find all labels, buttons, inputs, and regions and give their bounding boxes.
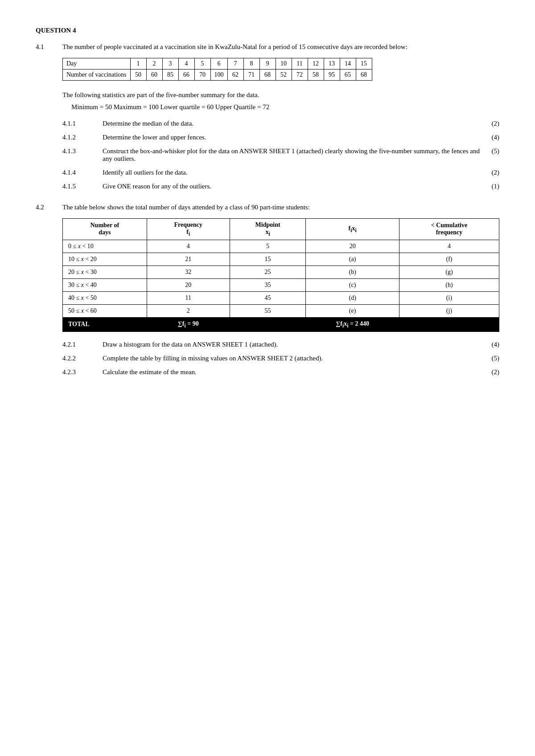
sq-415-text: Give ONE reason for any of the outliers. xyxy=(103,183,486,190)
section-41-num: 4.1 xyxy=(36,43,62,196)
frequency-table: Number ofdays Frequencyfi Midpointxi fix… xyxy=(62,218,499,332)
freq-row-4: 30 ≤ x < 40 20 35 (c) (h) xyxy=(63,278,499,291)
section-42-content: The table below shows the total number o… xyxy=(62,204,499,382)
sq-411-marks: (2) xyxy=(486,120,499,127)
question-title: QUESTION 4 xyxy=(36,27,499,34)
freq-row-3: 20 ≤ x < 30 32 25 (b) (g) xyxy=(63,266,499,278)
freq-row-5: 40 ≤ x < 50 11 45 (d) (i) xyxy=(63,291,499,304)
sq-415-num: 4.1.5 xyxy=(62,183,103,190)
sq-421-text: Draw a histogram for the data on ANSWER … xyxy=(103,341,486,348)
section-41: 4.1 The number of people vaccinated at a… xyxy=(36,43,499,196)
col-freq: Frequencyfi xyxy=(147,219,230,240)
col-cumfreq: < Cumulativefrequency xyxy=(399,219,499,240)
sq-422-marks: (5) xyxy=(486,355,499,362)
freq-header-row: Number ofdays Frequencyfi Midpointxi fix… xyxy=(63,219,499,240)
sub-q-415: 4.1.5 Give ONE reason for any of the out… xyxy=(62,183,499,190)
sq-423-text: Calculate the estimate of the mean. xyxy=(103,368,486,376)
sq-421-num: 4.2.1 xyxy=(62,341,103,348)
sub-q-423: 4.2.3 Calculate the estimate of the mean… xyxy=(62,368,499,376)
sq-413-num: 4.1.3 xyxy=(62,147,103,163)
sq-422-text: Complete the table by filling in missing… xyxy=(103,355,486,362)
sq-423-marks: (2) xyxy=(486,368,499,376)
sq-413-text: Construct the box-and-whisker plot for t… xyxy=(103,147,486,163)
col-days: Number ofdays xyxy=(63,219,147,240)
table-header-row: Day 1 2 3 4 5 6 7 8 9 10 11 12 13 14 15 xyxy=(63,58,372,69)
section-42: 4.2 The table below shows the total numb… xyxy=(36,204,499,382)
freq-row-2: 10 ≤ x < 20 21 15 (a) (f) xyxy=(63,253,499,266)
sq-414-text: Identify all outliers for the data. xyxy=(103,169,486,176)
sub-q-411: 4.1.1 Determine the median of the data. … xyxy=(62,120,499,127)
sub-q-412: 4.1.2 Determine the lower and upper fenc… xyxy=(62,134,499,141)
section-42-text: The table below shows the total number o… xyxy=(62,204,499,211)
sub-q-414: 4.1.4 Identify all outliers for the data… xyxy=(62,169,499,176)
sq-411-text: Determine the median of the data. xyxy=(103,120,486,127)
section-42-num: 4.2 xyxy=(36,204,62,382)
freq-row-6: 50 ≤ x < 60 2 55 (e) (j) xyxy=(63,304,499,317)
col-midpoint: Midpointxi xyxy=(230,219,305,240)
vaccinations-row: Number of vaccinations 50 60 85 66 70 10… xyxy=(63,69,372,81)
stats-intro: The following statistics are part of the… xyxy=(62,91,499,99)
sq-412-text: Determine the lower and upper fences. xyxy=(103,134,486,141)
section-41-text: The number of people vaccinated at a vac… xyxy=(62,43,499,51)
sq-415-marks: (1) xyxy=(486,183,499,190)
sq-414-num: 4.1.4 xyxy=(62,169,103,176)
sq-413-marks: (5) xyxy=(486,147,499,163)
sub-q-421: 4.2.1 Draw a histogram for the data on A… xyxy=(62,341,499,348)
sq-412-num: 4.1.2 xyxy=(62,134,103,141)
sq-414-marks: (2) xyxy=(486,169,499,176)
section-41-content: The number of people vaccinated at a vac… xyxy=(62,43,499,196)
vaccination-table: Day 1 2 3 4 5 6 7 8 9 10 11 12 13 14 15 … xyxy=(62,58,372,81)
vacc-label: Number of vaccinations xyxy=(63,69,131,81)
col-fixi: fixi xyxy=(306,219,399,240)
freq-total-row: TOTAL ∑fi = 90 ∑fixi = 2 440 xyxy=(63,317,499,331)
sq-412-marks: (4) xyxy=(486,134,499,141)
day-label: Day xyxy=(63,58,131,69)
sq-421-marks: (4) xyxy=(486,341,499,348)
freq-row-1: 0 ≤ x < 10 4 5 20 4 xyxy=(63,240,499,253)
sub-q-422: 4.2.2 Complete the table by filling in m… xyxy=(62,355,499,362)
sq-411-num: 4.1.1 xyxy=(62,120,103,127)
sq-423-num: 4.2.3 xyxy=(62,368,103,376)
sub-q-413: 4.1.3 Construct the box-and-whisker plot… xyxy=(62,147,499,163)
sq-422-num: 4.2.2 xyxy=(62,355,103,362)
summary-stats: Minimum = 50 Maximum = 100 Lower quartil… xyxy=(62,103,499,111)
